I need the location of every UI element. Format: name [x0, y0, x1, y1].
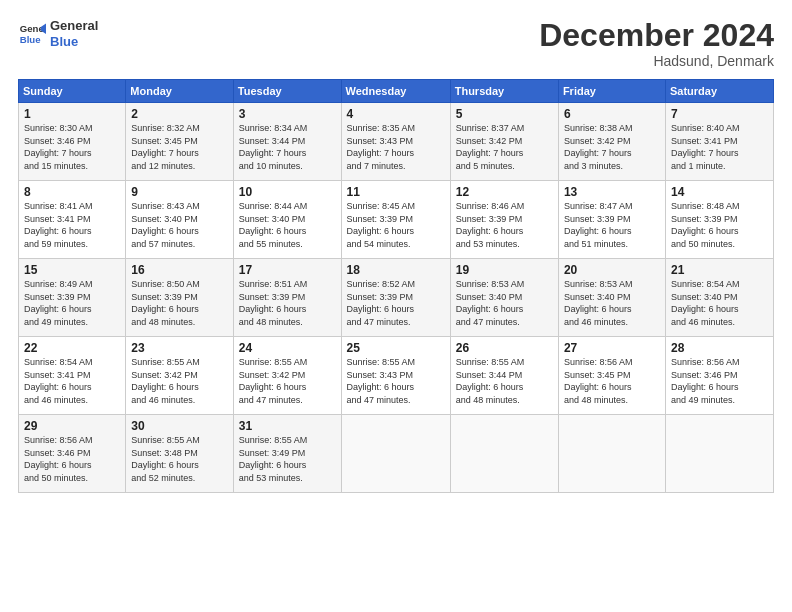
calendar-cell: 14Sunrise: 8:48 AMSunset: 3:39 PMDayligh… — [665, 181, 773, 259]
day-info: Sunrise: 8:55 AMSunset: 3:49 PMDaylight:… — [239, 434, 336, 484]
calendar-cell: 25Sunrise: 8:55 AMSunset: 3:43 PMDayligh… — [341, 337, 450, 415]
day-number: 17 — [239, 263, 336, 277]
day-number: 1 — [24, 107, 120, 121]
day-number: 31 — [239, 419, 336, 433]
calendar-cell: 18Sunrise: 8:52 AMSunset: 3:39 PMDayligh… — [341, 259, 450, 337]
calendar-week-row: 1Sunrise: 8:30 AMSunset: 3:46 PMDaylight… — [19, 103, 774, 181]
calendar-cell — [558, 415, 665, 493]
calendar-cell: 23Sunrise: 8:55 AMSunset: 3:42 PMDayligh… — [126, 337, 233, 415]
day-info: Sunrise: 8:40 AMSunset: 3:41 PMDaylight:… — [671, 122, 768, 172]
day-number: 13 — [564, 185, 660, 199]
calendar-cell: 1Sunrise: 8:30 AMSunset: 3:46 PMDaylight… — [19, 103, 126, 181]
day-number: 29 — [24, 419, 120, 433]
calendar-cell: 7Sunrise: 8:40 AMSunset: 3:41 PMDaylight… — [665, 103, 773, 181]
day-number: 30 — [131, 419, 227, 433]
day-number: 24 — [239, 341, 336, 355]
day-number: 15 — [24, 263, 120, 277]
calendar-cell: 29Sunrise: 8:56 AMSunset: 3:46 PMDayligh… — [19, 415, 126, 493]
calendar-cell: 11Sunrise: 8:45 AMSunset: 3:39 PMDayligh… — [341, 181, 450, 259]
day-number: 22 — [24, 341, 120, 355]
day-number: 20 — [564, 263, 660, 277]
day-number: 21 — [671, 263, 768, 277]
calendar-cell: 31Sunrise: 8:55 AMSunset: 3:49 PMDayligh… — [233, 415, 341, 493]
day-info: Sunrise: 8:44 AMSunset: 3:40 PMDaylight:… — [239, 200, 336, 250]
calendar-cell — [450, 415, 558, 493]
calendar-week-row: 22Sunrise: 8:54 AMSunset: 3:41 PMDayligh… — [19, 337, 774, 415]
day-header-thursday: Thursday — [450, 80, 558, 103]
day-number: 19 — [456, 263, 553, 277]
day-number: 11 — [347, 185, 445, 199]
calendar-cell: 3Sunrise: 8:34 AMSunset: 3:44 PMDaylight… — [233, 103, 341, 181]
month-title: December 2024 — [539, 18, 774, 53]
day-info: Sunrise: 8:32 AMSunset: 3:45 PMDaylight:… — [131, 122, 227, 172]
day-header-friday: Friday — [558, 80, 665, 103]
calendar-cell: 13Sunrise: 8:47 AMSunset: 3:39 PMDayligh… — [558, 181, 665, 259]
calendar-cell: 5Sunrise: 8:37 AMSunset: 3:42 PMDaylight… — [450, 103, 558, 181]
day-info: Sunrise: 8:30 AMSunset: 3:46 PMDaylight:… — [24, 122, 120, 172]
day-info: Sunrise: 8:53 AMSunset: 3:40 PMDaylight:… — [456, 278, 553, 328]
calendar-cell: 9Sunrise: 8:43 AMSunset: 3:40 PMDaylight… — [126, 181, 233, 259]
calendar-cell: 21Sunrise: 8:54 AMSunset: 3:40 PMDayligh… — [665, 259, 773, 337]
svg-text:Blue: Blue — [20, 33, 41, 44]
day-number: 28 — [671, 341, 768, 355]
day-info: Sunrise: 8:55 AMSunset: 3:42 PMDaylight:… — [131, 356, 227, 406]
day-info: Sunrise: 8:56 AMSunset: 3:46 PMDaylight:… — [671, 356, 768, 406]
day-number: 4 — [347, 107, 445, 121]
day-info: Sunrise: 8:54 AMSunset: 3:41 PMDaylight:… — [24, 356, 120, 406]
calendar-cell: 30Sunrise: 8:55 AMSunset: 3:48 PMDayligh… — [126, 415, 233, 493]
calendar-week-row: 15Sunrise: 8:49 AMSunset: 3:39 PMDayligh… — [19, 259, 774, 337]
day-number: 10 — [239, 185, 336, 199]
day-header-tuesday: Tuesday — [233, 80, 341, 103]
day-info: Sunrise: 8:56 AMSunset: 3:46 PMDaylight:… — [24, 434, 120, 484]
day-number: 6 — [564, 107, 660, 121]
calendar-cell: 19Sunrise: 8:53 AMSunset: 3:40 PMDayligh… — [450, 259, 558, 337]
day-info: Sunrise: 8:35 AMSunset: 3:43 PMDaylight:… — [347, 122, 445, 172]
title-block: December 2024 Hadsund, Denmark — [539, 18, 774, 69]
logo-icon: General Blue — [18, 20, 46, 48]
day-info: Sunrise: 8:37 AMSunset: 3:42 PMDaylight:… — [456, 122, 553, 172]
day-number: 23 — [131, 341, 227, 355]
calendar-header-row: SundayMondayTuesdayWednesdayThursdayFrid… — [19, 80, 774, 103]
day-number: 9 — [131, 185, 227, 199]
day-info: Sunrise: 8:49 AMSunset: 3:39 PMDaylight:… — [24, 278, 120, 328]
day-info: Sunrise: 8:48 AMSunset: 3:39 PMDaylight:… — [671, 200, 768, 250]
logo-text: General Blue — [50, 18, 98, 49]
calendar-cell: 16Sunrise: 8:50 AMSunset: 3:39 PMDayligh… — [126, 259, 233, 337]
day-info: Sunrise: 8:51 AMSunset: 3:39 PMDaylight:… — [239, 278, 336, 328]
day-number: 16 — [131, 263, 227, 277]
day-number: 26 — [456, 341, 553, 355]
calendar-cell: 2Sunrise: 8:32 AMSunset: 3:45 PMDaylight… — [126, 103, 233, 181]
calendar-week-row: 29Sunrise: 8:56 AMSunset: 3:46 PMDayligh… — [19, 415, 774, 493]
day-info: Sunrise: 8:47 AMSunset: 3:39 PMDaylight:… — [564, 200, 660, 250]
calendar-cell: 10Sunrise: 8:44 AMSunset: 3:40 PMDayligh… — [233, 181, 341, 259]
calendar-cell: 26Sunrise: 8:55 AMSunset: 3:44 PMDayligh… — [450, 337, 558, 415]
day-number: 8 — [24, 185, 120, 199]
day-info: Sunrise: 8:41 AMSunset: 3:41 PMDaylight:… — [24, 200, 120, 250]
calendar-cell: 8Sunrise: 8:41 AMSunset: 3:41 PMDaylight… — [19, 181, 126, 259]
calendar-cell: 12Sunrise: 8:46 AMSunset: 3:39 PMDayligh… — [450, 181, 558, 259]
calendar-week-row: 8Sunrise: 8:41 AMSunset: 3:41 PMDaylight… — [19, 181, 774, 259]
day-info: Sunrise: 8:45 AMSunset: 3:39 PMDaylight:… — [347, 200, 445, 250]
day-info: Sunrise: 8:46 AMSunset: 3:39 PMDaylight:… — [456, 200, 553, 250]
day-number: 12 — [456, 185, 553, 199]
day-header-wednesday: Wednesday — [341, 80, 450, 103]
calendar-cell: 17Sunrise: 8:51 AMSunset: 3:39 PMDayligh… — [233, 259, 341, 337]
day-number: 2 — [131, 107, 227, 121]
day-info: Sunrise: 8:52 AMSunset: 3:39 PMDaylight:… — [347, 278, 445, 328]
day-info: Sunrise: 8:43 AMSunset: 3:40 PMDaylight:… — [131, 200, 227, 250]
day-info: Sunrise: 8:38 AMSunset: 3:42 PMDaylight:… — [564, 122, 660, 172]
calendar-cell: 4Sunrise: 8:35 AMSunset: 3:43 PMDaylight… — [341, 103, 450, 181]
day-number: 18 — [347, 263, 445, 277]
day-info: Sunrise: 8:55 AMSunset: 3:42 PMDaylight:… — [239, 356, 336, 406]
calendar-cell: 27Sunrise: 8:56 AMSunset: 3:45 PMDayligh… — [558, 337, 665, 415]
day-number: 25 — [347, 341, 445, 355]
day-info: Sunrise: 8:55 AMSunset: 3:44 PMDaylight:… — [456, 356, 553, 406]
calendar-cell: 28Sunrise: 8:56 AMSunset: 3:46 PMDayligh… — [665, 337, 773, 415]
day-info: Sunrise: 8:34 AMSunset: 3:44 PMDaylight:… — [239, 122, 336, 172]
calendar: SundayMondayTuesdayWednesdayThursdayFrid… — [18, 79, 774, 493]
location-title: Hadsund, Denmark — [539, 53, 774, 69]
calendar-cell: 6Sunrise: 8:38 AMSunset: 3:42 PMDaylight… — [558, 103, 665, 181]
day-info: Sunrise: 8:55 AMSunset: 3:48 PMDaylight:… — [131, 434, 227, 484]
day-info: Sunrise: 8:55 AMSunset: 3:43 PMDaylight:… — [347, 356, 445, 406]
day-info: Sunrise: 8:53 AMSunset: 3:40 PMDaylight:… — [564, 278, 660, 328]
